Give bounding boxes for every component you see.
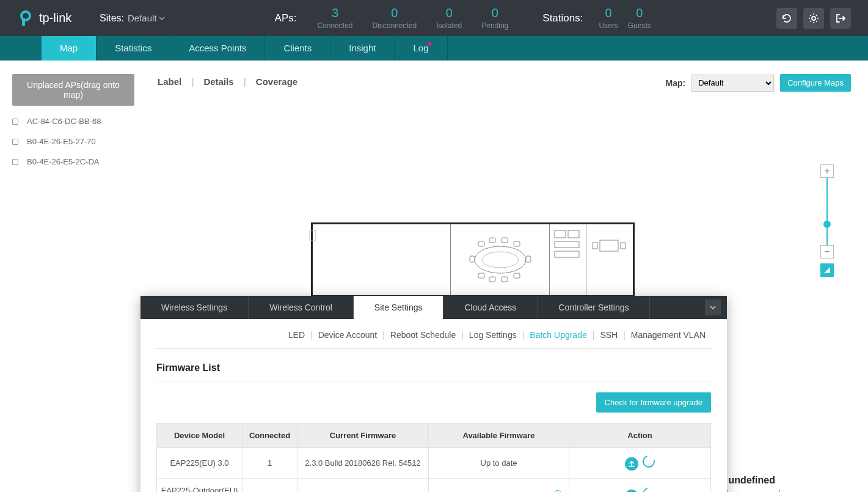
ap-item[interactable]: AC-84-C6-DC-BB-68 — [12, 117, 134, 126]
log-notification-dot — [428, 42, 431, 46]
svg-rect-17 — [568, 230, 579, 238]
chevron-down-icon — [709, 304, 717, 311]
section-title: Firmware List — [156, 362, 711, 381]
view-coverage[interactable]: Coverage — [256, 76, 297, 87]
zoom-out-button[interactable]: − — [820, 245, 834, 259]
panel-tabs: Wireless Settings Wireless Control Site … — [140, 296, 727, 319]
stat-disconnected: 0Disconnected — [373, 6, 417, 30]
upload-icon — [628, 460, 635, 468]
map-select[interactable]: Default — [691, 75, 774, 92]
ap-item[interactable]: B0-4E-26-E5-2C-DA — [12, 157, 134, 166]
floorplan-image[interactable] — [311, 222, 635, 297]
subtab-led[interactable]: LED — [288, 330, 305, 340]
svg-point-2 — [812, 17, 815, 20]
svg-rect-3 — [310, 230, 316, 240]
svg-rect-6 — [470, 256, 475, 262]
map-selector: Map: Default Configure Maps — [666, 74, 851, 92]
svg-rect-8 — [478, 241, 484, 246]
logout-button[interactable] — [830, 8, 851, 29]
subtab-batch-upgrade[interactable]: Batch Upgrade — [530, 330, 586, 340]
nav-clients[interactable]: Clients — [265, 36, 330, 61]
nav-statistics[interactable]: Statistics — [97, 36, 170, 61]
tab-controller-settings[interactable]: Controller Settings — [538, 296, 650, 319]
ap-marker-icon — [12, 119, 18, 125]
nav-insight[interactable]: Insight — [330, 36, 395, 61]
nav-access-points[interactable]: Access Points — [170, 36, 265, 61]
svg-rect-20 — [600, 240, 618, 251]
nav-log[interactable]: Log — [395, 36, 447, 61]
brand-text: tp-link — [39, 11, 71, 25]
panel-collapse-button[interactable] — [705, 299, 721, 315]
tab-wireless-control[interactable]: Wireless Control — [249, 296, 354, 319]
stations-label: Stations: — [542, 12, 583, 24]
top-bar: tp-link Sites: Default APs: 3Connected 0… — [0, 0, 868, 36]
chevron-down-icon — [159, 15, 165, 21]
refresh-button[interactable] — [776, 8, 797, 29]
subtab-reboot-schedule[interactable]: Reboot Schedule — [390, 330, 456, 340]
svg-rect-9 — [489, 238, 495, 243]
sites-label: Sites: — [100, 13, 124, 24]
tab-site-settings[interactable]: Site Settings — [354, 296, 444, 319]
tab-cloud-access[interactable]: Cloud Access — [443, 296, 538, 319]
stat-pending: 0Pending — [481, 6, 508, 30]
firmware-table: Device Model Connected Current Firmware … — [156, 423, 711, 492]
refresh-action-button[interactable] — [641, 485, 657, 492]
settings-button[interactable] — [803, 8, 824, 29]
svg-rect-10 — [501, 238, 508, 243]
upload-button[interactable] — [625, 457, 638, 471]
subtab-ssh[interactable]: SSH — [600, 330, 618, 340]
conference-table-icon — [464, 235, 537, 284]
top-icons — [776, 8, 851, 29]
brand-logo: tp-link — [17, 10, 90, 27]
svg-rect-21 — [593, 243, 597, 249]
view-label[interactable]: Label — [158, 76, 181, 87]
configure-maps-button[interactable]: Configure Maps — [780, 74, 851, 92]
svg-rect-22 — [621, 243, 625, 249]
unplaced-aps-header: Unplaced APs(drag onto map) — [12, 74, 134, 106]
scale-bracket — [728, 490, 780, 492]
upload-button[interactable] — [625, 490, 638, 493]
zoom-fit-button[interactable] — [820, 263, 834, 277]
main-nav: Map Statistics Access Points Clients Ins… — [0, 36, 868, 61]
col-current-fw: Current Firmware — [297, 424, 429, 448]
svg-rect-11 — [514, 241, 520, 246]
aps-label: APs: — [275, 12, 297, 24]
table-row: EAP225-Outdoor(EU) 1.0 2 1.1.0 Build 201… — [157, 479, 711, 493]
refresh-action-button[interactable] — [641, 453, 657, 469]
svg-rect-16 — [555, 230, 566, 238]
subtab-log-settings[interactable]: Log Settings — [469, 330, 517, 340]
ap-item[interactable]: B0-4E-26-E5-27-70 — [12, 137, 134, 146]
settings-panel: Wireless Settings Wireless Control Site … — [140, 296, 727, 492]
svg-rect-1 — [22, 18, 25, 26]
map-view-tabs: Label| Details| Coverage — [158, 76, 307, 87]
svg-rect-12 — [478, 273, 484, 278]
svg-rect-14 — [501, 277, 508, 282]
gear-icon — [808, 13, 819, 24]
sub-tabs: LED| Device Account| Reboot Schedule| Lo… — [156, 330, 711, 349]
map-select-label: Map: — [666, 78, 686, 88]
subtab-management-vlan[interactable]: Management VLAN — [631, 330, 706, 340]
svg-rect-15 — [514, 273, 520, 278]
refresh-icon — [781, 13, 792, 24]
furniture-icon — [552, 229, 583, 266]
zoom-slider[interactable] — [826, 178, 828, 245]
col-connected: Connected — [243, 424, 297, 448]
nav-map[interactable]: Map — [42, 36, 97, 61]
col-action: Action — [569, 424, 711, 448]
zoom-in-button[interactable]: + — [820, 164, 834, 178]
tab-wireless-settings[interactable]: Wireless Settings — [140, 296, 249, 319]
zoom-thumb[interactable] — [823, 221, 831, 228]
svg-point-4 — [475, 246, 526, 273]
main-area: Unplaced APs(drag onto map) AC-84-C6-DC-… — [0, 61, 868, 492]
subtab-device-account[interactable]: Device Account — [318, 330, 377, 340]
tplink-logo-icon — [17, 10, 34, 27]
ap-stats: APs: 3Connected 0Disconnected 0Isolated … — [275, 6, 656, 30]
check-firmware-button[interactable]: Check for firmware upgrade — [596, 392, 711, 413]
svg-point-5 — [482, 252, 519, 268]
col-model: Device Model — [157, 424, 243, 448]
svg-rect-19 — [555, 251, 579, 257]
sites-select[interactable]: Default — [128, 13, 165, 23]
view-details[interactable]: Details — [203, 76, 233, 87]
logout-icon — [835, 13, 846, 24]
stat-isolated: 0Isolated — [436, 6, 462, 30]
